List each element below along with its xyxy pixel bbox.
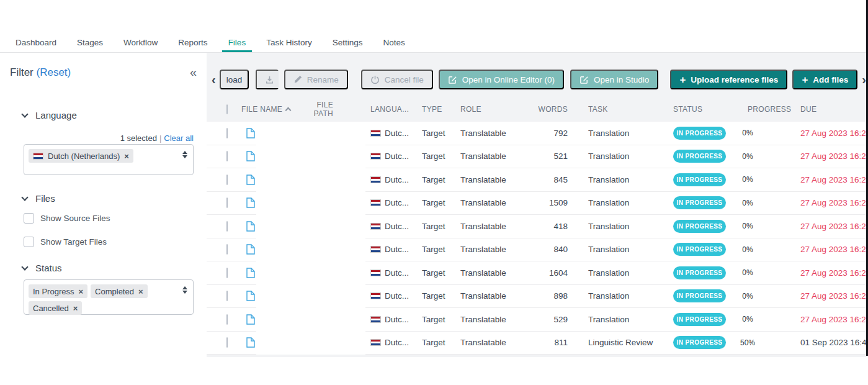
file-icon [246, 221, 256, 232]
netherlands-flag-icon [370, 130, 381, 137]
remove-tag-icon[interactable]: × [138, 288, 143, 296]
remove-tag-icon[interactable]: × [73, 304, 78, 312]
cancel-file-label: Cancel file [385, 75, 424, 84]
column-role[interactable]: ROLE [460, 105, 511, 114]
row-checkbox[interactable] [226, 337, 228, 348]
role-cell: Translatable [460, 338, 511, 347]
show-target-files-checkbox[interactable] [24, 237, 34, 247]
file-name-header-label: FILE NAME [241, 105, 282, 114]
column-due[interactable]: DUE [800, 105, 866, 114]
language-multiselect[interactable]: Dutch (Netherlands) × [24, 144, 194, 175]
status-badge: IN PROGRESS [673, 289, 726, 302]
column-progress[interactable]: PROGRESS [748, 105, 800, 114]
column-file-name[interactable]: FILE NAME [241, 105, 303, 114]
status-cell: IN PROGRESS [673, 289, 748, 302]
chevron-down-icon [21, 263, 28, 270]
row-checkbox[interactable] [226, 151, 228, 161]
words-cell: 521 [511, 152, 568, 161]
row-checkbox[interactable] [226, 221, 228, 232]
language-label: Dutc... [385, 175, 409, 184]
type-cell: Target [422, 268, 460, 278]
task-cell: Translation [588, 198, 673, 207]
row-checkbox[interactable] [226, 314, 228, 325]
remove-tag-icon[interactable]: × [124, 152, 129, 160]
tab-bar: DashboardStagesWorkflowReportsFilesTask … [0, 35, 868, 53]
column-language[interactable]: LANGUA... [370, 105, 422, 114]
language-section-header[interactable]: Language [22, 110, 77, 120]
select-toggle-icon[interactable] [182, 151, 187, 158]
language-cell: Dutc... [370, 245, 422, 254]
task-cell: Translation [588, 268, 673, 278]
language-cell: Dutc... [370, 268, 422, 278]
words-cell: 1509 [511, 198, 568, 207]
column-task[interactable]: TASK [588, 105, 673, 114]
status-section-header[interactable]: Status [22, 263, 62, 273]
row-checkbox[interactable] [226, 268, 228, 278]
tab-stages[interactable]: Stages [71, 35, 109, 52]
cancel-file-button[interactable]: Cancel file [361, 70, 433, 89]
download-package-button[interactable]: Download Package (0) [256, 70, 278, 89]
status-cell: IN PROGRESS [673, 220, 748, 233]
show-source-files-checkbox[interactable] [24, 213, 34, 224]
toolbar: ‹ load Download Package (0) Rename Cance… [207, 70, 866, 89]
add-files-button[interactable]: + Add files [792, 70, 857, 89]
netherlands-flag-icon [33, 153, 43, 160]
status-badge: IN PROGRESS [673, 220, 726, 233]
tab-settings[interactable]: Settings [326, 35, 369, 52]
redacted-file-names-area [256, 122, 365, 355]
clear-all-link[interactable]: Clear all [164, 134, 194, 143]
column-words[interactable]: WORDS [511, 105, 568, 114]
language-label: Dutc... [385, 315, 409, 324]
download-package-split-button: Download Package (0) [256, 70, 278, 89]
collapse-panel-icon[interactable]: « [190, 65, 197, 79]
row-checkbox-cell [226, 152, 236, 161]
column-file-path[interactable]: FILE PATH [303, 101, 333, 118]
tab-files[interactable]: Files [222, 35, 253, 52]
truncated-download-button[interactable]: load [220, 70, 249, 89]
toolbar-scroll-right-icon[interactable]: › [862, 73, 866, 87]
files-section-header[interactable]: Files [22, 193, 55, 204]
type-cell: Target [422, 198, 460, 207]
filter-option-show-target-files[interactable]: Show Target Files [24, 237, 107, 247]
row-checkbox[interactable] [226, 174, 228, 185]
file-icon [246, 337, 256, 348]
tab-notes[interactable]: Notes [377, 35, 411, 52]
role-cell: Translatable [460, 175, 511, 184]
task-cell: Translation [588, 222, 673, 231]
column-status[interactable]: STATUS [673, 105, 748, 114]
row-checkbox[interactable] [226, 197, 228, 208]
status-multiselect[interactable]: In Progress×Completed×Cancelled× [24, 279, 194, 315]
language-cell: Dutc... [370, 222, 422, 231]
toolbar-scroll-left-icon[interactable]: ‹ [212, 73, 216, 87]
file-icon [246, 151, 256, 161]
filter-reset-link[interactable]: (Reset) [37, 66, 71, 78]
filter-option-show-source-files[interactable]: Show Source Files [24, 213, 110, 224]
due-date: 27 Aug 2023 16:2 [800, 175, 866, 184]
tab-workflow[interactable]: Workflow [117, 35, 164, 52]
tab-task-history[interactable]: Task History [260, 35, 318, 52]
role-cell: Translatable [460, 315, 511, 324]
role-cell: Translatable [460, 291, 511, 301]
row-checkbox[interactable] [226, 291, 228, 301]
plus-icon: + [802, 75, 808, 85]
upload-reference-files-button[interactable]: + Upload reference files [670, 70, 787, 89]
due-date: 27 Aug 2023 16:2 [800, 245, 866, 254]
row-checkbox-cell [226, 338, 236, 347]
netherlands-flag-icon [370, 316, 381, 323]
file-icon [246, 268, 256, 278]
rename-label: Rename [307, 75, 339, 84]
select-toggle-icon[interactable] [182, 286, 187, 294]
column-type[interactable]: TYPE [422, 105, 460, 114]
row-checkbox[interactable] [226, 128, 228, 138]
rename-button[interactable]: Rename [284, 70, 348, 89]
row-checkbox[interactable] [226, 244, 228, 255]
open-online-editor-button[interactable]: Open in Online Editor (0) [439, 70, 564, 89]
tab-dashboard[interactable]: Dashboard [9, 35, 63, 52]
remove-tag-icon[interactable]: × [78, 288, 83, 296]
role-cell: Translatable [460, 268, 511, 278]
open-studio-button[interactable]: Open in Studio [570, 70, 658, 89]
task-cell: Translation [588, 245, 673, 254]
select-all-checkbox[interactable] [226, 104, 228, 114]
words-cell: 898 [511, 291, 568, 301]
tab-reports[interactable]: Reports [172, 35, 213, 52]
